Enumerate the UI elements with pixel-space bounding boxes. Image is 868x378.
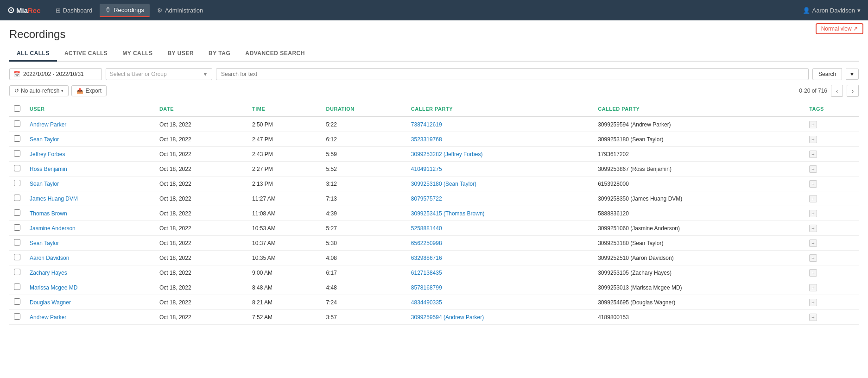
row-checkbox[interactable]	[14, 135, 20, 142]
row-caller-party[interactable]: 5258881440	[406, 221, 593, 236]
brand-logo[interactable]: ⊙ MiaRec	[7, 5, 41, 15]
row-user[interactable]: Aaron Davidson	[25, 251, 155, 265]
auto-refresh-button[interactable]: ↺ No auto-refresh ▾	[9, 85, 69, 96]
export-button[interactable]: 📤 Export	[71, 85, 107, 96]
add-tag-button[interactable]: +	[809, 136, 817, 143]
row-user[interactable]: Sean Taylor	[25, 132, 155, 147]
row-checkbox[interactable]	[14, 313, 20, 320]
row-checkbox[interactable]	[14, 195, 20, 201]
row-checkbox-cell[interactable]	[9, 191, 25, 206]
tab-all-calls[interactable]: ALL CALLS	[9, 46, 57, 62]
search-text-input[interactable]	[216, 68, 809, 80]
row-caller-party[interactable]: 4834490335	[406, 295, 593, 310]
row-checkbox[interactable]	[14, 239, 20, 246]
tab-active-calls[interactable]: ACTIVE CALLS	[57, 46, 115, 62]
row-checkbox[interactable]	[14, 180, 20, 186]
row-checkbox[interactable]	[14, 165, 20, 171]
date-range-picker[interactable]: 📅 2022/10/02 - 2022/10/31	[9, 68, 102, 80]
row-checkbox[interactable]	[14, 284, 20, 290]
add-tag-button[interactable]: +	[809, 299, 817, 306]
row-user[interactable]: Jeffrey Forbes	[25, 147, 155, 162]
add-tag-button[interactable]: +	[809, 269, 817, 277]
row-checkbox[interactable]	[14, 254, 20, 260]
add-tag-button[interactable]: +	[809, 180, 817, 188]
add-tag-button[interactable]: +	[809, 121, 817, 128]
add-tag-button[interactable]: +	[809, 210, 817, 217]
row-user[interactable]: Sean Taylor	[25, 236, 155, 251]
table-row: Sean Taylor Oct 18, 2022 2:13 PM 3:12 30…	[9, 176, 859, 191]
table-row: Douglas Wagner Oct 18, 2022 8:21 AM 7:24…	[9, 295, 859, 310]
row-checkbox[interactable]	[14, 209, 20, 216]
row-caller-party[interactable]: 8079575722	[406, 191, 593, 206]
row-caller-party[interactable]: 8578168799	[406, 280, 593, 295]
row-checkbox-cell[interactable]	[9, 295, 25, 310]
row-user[interactable]: Zachary Hayes	[25, 265, 155, 280]
add-tag-button[interactable]: +	[809, 284, 817, 291]
normal-view-button[interactable]: Normal view ↗	[816, 23, 863, 34]
row-user[interactable]: James Huang DVM	[25, 191, 155, 206]
row-checkbox-cell[interactable]	[9, 176, 25, 191]
row-checkbox[interactable]	[14, 269, 20, 275]
row-checkbox-cell[interactable]	[9, 132, 25, 147]
nav-dashboard[interactable]: ⊞ Dashboard	[50, 4, 98, 17]
row-checkbox-cell[interactable]	[9, 236, 25, 251]
row-user[interactable]: Ross Benjamin	[25, 162, 155, 176]
add-tag-button[interactable]: +	[809, 225, 817, 232]
row-checkbox-cell[interactable]	[9, 251, 25, 265]
add-tag-button[interactable]: +	[809, 151, 817, 158]
row-caller-party[interactable]: 3099253180 (Sean Taylor)	[406, 176, 593, 191]
add-tag-button[interactable]: +	[809, 254, 817, 262]
row-duration: 4:39	[322, 206, 406, 221]
nav-administration[interactable]: ⚙ Administration	[152, 4, 209, 17]
row-caller-party[interactable]: 3099253415 (Thomas Brown)	[406, 206, 593, 221]
search-button[interactable]: Search	[812, 68, 842, 80]
row-checkbox-cell[interactable]	[9, 221, 25, 236]
row-caller-party[interactable]: 6127138435	[406, 265, 593, 280]
table-row: Jeffrey Forbes Oct 18, 2022 2:43 PM 5:59…	[9, 147, 859, 162]
select-all-header[interactable]	[9, 101, 25, 117]
table-row: Sean Taylor Oct 18, 2022 10:37 AM 5:30 6…	[9, 236, 859, 251]
row-checkbox[interactable]	[14, 150, 20, 157]
row-checkbox-cell[interactable]	[9, 280, 25, 295]
row-user[interactable]: Marissa Mcgee MD	[25, 280, 155, 295]
row-checkbox[interactable]	[14, 224, 20, 231]
row-caller-party[interactable]: 3523319768	[406, 132, 593, 147]
add-tag-button[interactable]: +	[809, 165, 817, 173]
prev-page-button[interactable]: ‹	[831, 85, 843, 97]
row-user[interactable]: Sean Taylor	[25, 176, 155, 191]
row-user[interactable]: Jasmine Anderson	[25, 221, 155, 236]
row-called-party: 1793617202	[593, 147, 805, 162]
row-caller-party[interactable]: 3099259594 (Andrew Parker)	[406, 310, 593, 325]
row-caller-party[interactable]: 3099253282 (Jeffrey Forbes)	[406, 147, 593, 162]
row-user[interactable]: Thomas Brown	[25, 206, 155, 221]
row-checkbox-cell[interactable]	[9, 162, 25, 176]
row-caller-party[interactable]: 6562250998	[406, 236, 593, 251]
select-all-checkbox[interactable]	[14, 105, 20, 112]
add-tag-button[interactable]: +	[809, 239, 817, 247]
row-checkbox-cell[interactable]	[9, 117, 25, 132]
next-page-button[interactable]: ›	[847, 85, 859, 97]
row-checkbox-cell[interactable]	[9, 310, 25, 325]
search-dropdown-button[interactable]: ▼	[846, 69, 859, 80]
tab-my-calls[interactable]: MY CALLS	[115, 46, 160, 62]
row-caller-party[interactable]: 7387412619	[406, 117, 593, 132]
add-tag-button[interactable]: +	[809, 314, 817, 321]
row-caller-party[interactable]: 6329886716	[406, 251, 593, 265]
add-tag-button[interactable]: +	[809, 195, 817, 202]
tab-advanced-search[interactable]: ADVANCED SEARCH	[238, 46, 312, 62]
row-checkbox[interactable]	[14, 120, 20, 127]
user-menu[interactable]: 👤 Aaron Davidson ▾	[803, 7, 861, 14]
row-user[interactable]: Andrew Parker	[25, 310, 155, 325]
row-called-party: 3099252510 (Aaron Davidson)	[593, 251, 805, 265]
nav-recordings[interactable]: 🎙 Recordings	[100, 4, 150, 17]
row-checkbox[interactable]	[14, 298, 20, 305]
row-user[interactable]: Douglas Wagner	[25, 295, 155, 310]
row-caller-party[interactable]: 4104911275	[406, 162, 593, 176]
user-group-select[interactable]: Select a User or Group ▼	[106, 68, 212, 80]
tab-by-tag[interactable]: BY TAG	[201, 46, 238, 62]
row-user[interactable]: Andrew Parker	[25, 117, 155, 132]
row-checkbox-cell[interactable]	[9, 265, 25, 280]
row-checkbox-cell[interactable]	[9, 147, 25, 162]
row-checkbox-cell[interactable]	[9, 206, 25, 221]
tab-by-user[interactable]: BY USER	[160, 46, 201, 62]
